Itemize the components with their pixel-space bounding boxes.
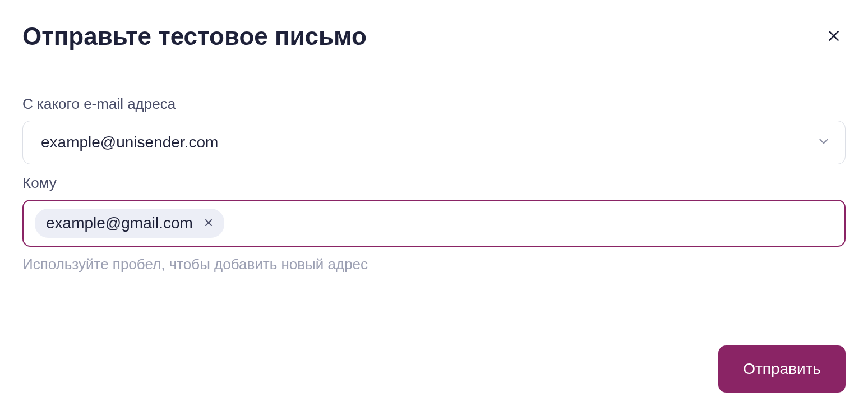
- close-button[interactable]: [822, 24, 846, 49]
- to-email-label: Кому: [22, 174, 846, 192]
- to-email-input[interactable]: example@gmail.com: [22, 200, 846, 247]
- from-email-select[interactable]: example@unisender.com: [22, 121, 846, 164]
- close-icon: [203, 217, 214, 230]
- dialog-title: Отправьте тестовое письмо: [22, 22, 367, 50]
- from-email-label: С какого e-mail адреса: [22, 95, 846, 113]
- close-icon: [827, 29, 841, 45]
- remove-tag-button[interactable]: [202, 216, 215, 231]
- email-tag: example@gmail.com: [35, 209, 224, 238]
- email-tag-text: example@gmail.com: [46, 214, 193, 232]
- to-email-hint: Используйте пробел, чтобы добавить новый…: [22, 256, 846, 273]
- from-email-value: example@unisender.com: [41, 133, 218, 151]
- send-button[interactable]: Отправить: [718, 345, 846, 393]
